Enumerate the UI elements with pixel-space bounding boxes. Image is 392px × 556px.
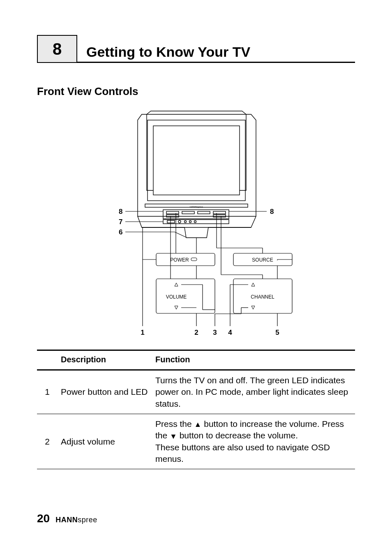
svg-point-15 bbox=[189, 221, 191, 223]
source-label: SOURCE bbox=[252, 257, 273, 263]
row-desc: Adjust volume bbox=[58, 414, 152, 469]
section-title: Front View Controls bbox=[37, 85, 355, 98]
row-desc: Power button and LED bbox=[58, 370, 152, 414]
chapter-header: 8 Getting to Know Your TV bbox=[37, 35, 355, 63]
func-text: Press the bbox=[155, 419, 194, 429]
svg-line-20 bbox=[175, 232, 186, 237]
callout-8-left: 8 bbox=[119, 208, 122, 215]
func-text: These buttons are also used to navigate … bbox=[155, 442, 330, 463]
page-footer: 20 HANNspree bbox=[37, 512, 97, 525]
table-row: 2 Adjust volume Press the ▲ button to in… bbox=[37, 414, 355, 469]
row-num: 1 bbox=[37, 370, 58, 414]
callout-6: 6 bbox=[119, 228, 122, 236]
power-label: POWER bbox=[170, 257, 189, 263]
header-description: Description bbox=[58, 350, 152, 370]
controls-table: Description Function 1 Power button and … bbox=[37, 350, 355, 469]
triangle-up-icon: ▲ bbox=[194, 421, 202, 428]
chapter-title: Getting to Know Your TV bbox=[86, 44, 250, 62]
svg-rect-10 bbox=[213, 215, 226, 217]
svg-rect-6 bbox=[182, 211, 194, 214]
brand-bold: HANN bbox=[55, 516, 78, 524]
chapter-number-box: 8 bbox=[37, 35, 77, 63]
func-text: button to decrease the volume. bbox=[177, 431, 298, 440]
row-func: Turns the TV on and off. The green LED i… bbox=[152, 370, 355, 414]
svg-point-14 bbox=[184, 221, 187, 223]
brand-logo: HANNspree bbox=[55, 516, 97, 524]
row-func: Press the ▲ button to increase the volum… bbox=[152, 414, 355, 469]
svg-rect-4 bbox=[163, 210, 229, 219]
header-blank bbox=[37, 350, 58, 370]
svg-text:HANNspree: HANNspree bbox=[190, 206, 203, 208]
chapter-title-wrap: Getting to Know Your TV bbox=[77, 35, 355, 63]
brand-light: spree bbox=[78, 516, 97, 524]
volume-label: VOLUME bbox=[166, 294, 187, 300]
svg-point-16 bbox=[194, 221, 196, 223]
svg-rect-9 bbox=[166, 215, 179, 217]
svg-point-13 bbox=[178, 220, 181, 223]
page-number: 20 bbox=[37, 512, 50, 525]
triangle-down-icon: ▼ bbox=[170, 433, 177, 440]
row-num: 2 bbox=[37, 414, 58, 469]
table-row: 1 Power button and LED Turns the TV on a… bbox=[37, 370, 355, 414]
tv-diagram-svg: HANNspree bbox=[81, 106, 311, 345]
svg-rect-5 bbox=[166, 211, 179, 214]
callout-7: 7 bbox=[119, 218, 122, 226]
front-view-diagram: HANNspree bbox=[37, 106, 355, 345]
svg-rect-1 bbox=[153, 126, 240, 195]
callout-1: 1 bbox=[141, 329, 144, 336]
svg-rect-8 bbox=[213, 211, 226, 214]
chapter-number: 8 bbox=[53, 40, 62, 58]
callout-5: 5 bbox=[275, 329, 279, 336]
channel-label: CHANNEL bbox=[251, 294, 274, 300]
callout-8-right: 8 bbox=[270, 208, 274, 215]
callout-3: 3 bbox=[213, 329, 217, 336]
callout-4: 4 bbox=[228, 329, 232, 336]
header-function: Function bbox=[152, 350, 355, 370]
svg-rect-12 bbox=[167, 220, 175, 223]
callout-2: 2 bbox=[194, 329, 198, 336]
svg-rect-7 bbox=[198, 211, 210, 214]
